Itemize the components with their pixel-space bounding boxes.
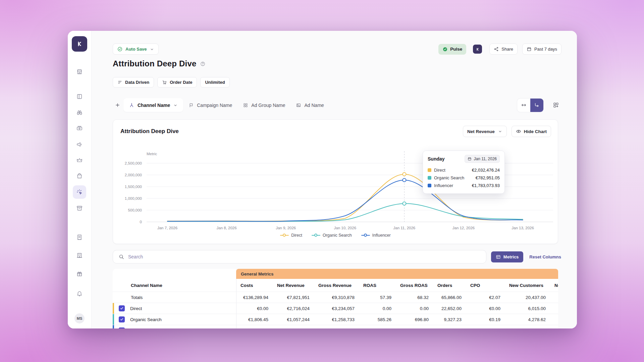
corner-arrow-button[interactable]: [530, 99, 543, 112]
table-cell: 0.00: [396, 303, 433, 314]
filter-chips: Data Driven Order Date Unlimited: [113, 77, 230, 87]
search-box[interactable]: [113, 250, 486, 263]
table-cell: €56,233.35: [236, 325, 273, 328]
sidebar-item-company[interactable]: [73, 249, 86, 262]
sidebar-item-notifications[interactable]: [73, 287, 86, 300]
megaphone-icon: [76, 141, 83, 148]
tooltip-row: Direct €2,032,476.24: [428, 166, 500, 174]
legend-item-influencer[interactable]: Influencer: [361, 233, 391, 238]
metrics-button[interactable]: Metrics: [491, 251, 524, 262]
apps-grid-button[interactable]: [550, 100, 561, 111]
chart-tooltip: Sunday Jan 11, 2026 Direct €2,032,476.24…: [423, 150, 505, 194]
column-header-channel-name[interactable]: Channel Name: [113, 279, 236, 292]
legend-item-direct[interactable]: Direct: [280, 233, 302, 238]
tab-channel-name[interactable]: Channel Name: [123, 98, 183, 112]
k-logo-icon: [75, 40, 84, 48]
tooltip-row: Organic Search €782,951.05: [428, 174, 500, 182]
tab-ad-group-name[interactable]: Ad Group Name: [237, 98, 290, 112]
column-header[interactable]: Gross Revenue: [314, 279, 359, 292]
chevron-down-icon: [173, 103, 178, 108]
share-button[interactable]: Share: [489, 44, 518, 55]
sidebar-item-dashboards[interactable]: [73, 90, 86, 103]
general-metrics-band: General Metrics: [236, 269, 558, 279]
table-columns-icon: [496, 254, 501, 259]
row-name-cell: Influencer: [113, 325, 236, 328]
column-header[interactable]: CPO: [466, 279, 505, 292]
legend-item-organic-search[interactable]: Organic Search: [312, 233, 352, 238]
row-checkbox[interactable]: [119, 316, 125, 322]
bag-icon: [76, 173, 83, 179]
building-icon: [76, 252, 83, 259]
sidebar-item-attribution[interactable]: [73, 185, 86, 199]
split-branch-icon: [129, 102, 135, 108]
tap-click-icon: [76, 189, 83, 195]
column-header[interactable]: New Customers: [505, 279, 550, 292]
row-checkbox[interactable]: [119, 305, 125, 311]
table-cell: €2,269,045: [273, 325, 314, 328]
column-header[interactable]: Costs: [236, 279, 273, 292]
search-input[interactable]: [128, 254, 481, 259]
sidebar-item-billing[interactable]: [73, 231, 86, 244]
sidebar-item-explore[interactable]: [73, 106, 86, 119]
k-mini-logo-button[interactable]: [473, 45, 482, 54]
pulse-badge[interactable]: Pulse: [438, 44, 466, 55]
gift-icon: [76, 270, 83, 277]
column-header[interactable]: ROAS: [359, 279, 396, 292]
totals-row: Totals €136,289.94 €7,821,951 €9,310,878…: [113, 292, 558, 303]
add-breakdown-button[interactable]: [113, 101, 122, 110]
row-checkbox[interactable]: [119, 327, 125, 328]
column-header[interactable]: Orders: [433, 279, 466, 292]
metric-select[interactable]: Net Revenue: [463, 126, 507, 137]
chip-attribution-model[interactable]: Data Driven: [113, 77, 154, 87]
column-header[interactable]: New: [550, 279, 558, 292]
avatar-initials: MS: [77, 316, 83, 320]
column-group-row: General Metrics: [113, 269, 558, 279]
horizontal-arrows-button[interactable]: [517, 99, 530, 112]
chart-legend: Direct Organic Search Influencer: [113, 233, 558, 238]
table-row-influencer: Influencer €56,233.35 €2,269,045 €2,701,…: [113, 325, 558, 328]
column-header[interactable]: Gross ROAS: [396, 279, 433, 292]
columns-icon: [76, 93, 83, 100]
legend-label: Influencer: [372, 233, 391, 238]
reset-columns-link[interactable]: Reset Columns: [529, 254, 561, 259]
share-icon: [494, 47, 499, 52]
table-cell: 4,278.62: [505, 314, 550, 325]
chip-window[interactable]: Unlimited: [200, 77, 229, 87]
user-avatar[interactable]: MS: [74, 313, 85, 323]
date-range-button[interactable]: Past 7 days: [522, 44, 561, 55]
table-cell: €2.07: [466, 292, 505, 303]
table-cell: €3.04: [466, 325, 505, 328]
sidebar-item-rewards[interactable]: [73, 267, 86, 281]
filter-lines-icon: [117, 80, 122, 85]
sidebar-item-orders[interactable]: [73, 169, 86, 183]
svg-text:Jan 11, 2026: Jan 11, 2026: [393, 226, 416, 230]
table-cell: 6,015.00: [505, 303, 550, 314]
app-logo[interactable]: [72, 36, 87, 52]
chip-label: Data Driven: [125, 80, 149, 85]
image-icon: [296, 103, 301, 108]
help-icon[interactable]: [200, 61, 206, 67]
sidebar-item-campaigns[interactable]: [73, 138, 86, 151]
search-icon: [118, 254, 124, 260]
hide-chart-button[interactable]: Hide Chart: [512, 126, 551, 137]
table-cell: 68.32: [396, 292, 433, 303]
table-cell: €0.00: [236, 303, 273, 314]
sidebar-item-inventory[interactable]: [73, 201, 86, 215]
table-cell: €9,310,878: [314, 292, 359, 303]
sidebar-item-finance[interactable]: [73, 122, 86, 135]
pulse-label: Pulse: [450, 47, 462, 52]
metric-select-value: Net Revenue: [467, 129, 495, 134]
table-cell: 696.80: [396, 314, 433, 325]
auto-save-button[interactable]: Auto Save: [113, 44, 159, 55]
row-name-cell: Organic Search: [113, 314, 236, 325]
table-cell: [550, 303, 558, 314]
column-header[interactable]: Net Revenue: [273, 279, 314, 292]
table-cell: [550, 314, 558, 325]
table-header-row: Channel Name Costs Net Revenue Gross Rev…: [113, 279, 558, 292]
tab-campaign-name[interactable]: Campaign Name: [183, 98, 237, 112]
sidebar-item-store[interactable]: [73, 65, 86, 78]
eye-icon: [516, 129, 521, 134]
chip-date-basis[interactable]: Order Date: [157, 77, 197, 87]
sidebar-item-premium[interactable]: [73, 154, 86, 167]
tab-ad-name[interactable]: Ad Name: [290, 98, 329, 112]
